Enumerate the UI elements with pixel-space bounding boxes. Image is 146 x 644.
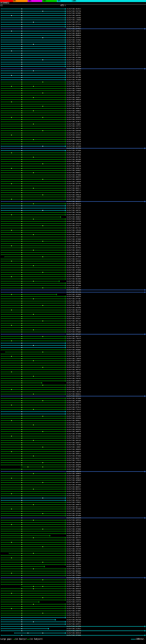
hit-label[interactable]: UniRef100_Q4G1Q5 [67,440,81,441]
hit-label[interactable]: UniRef100_C4WPG8 [67,603,81,605]
hit-label[interactable]: UniRef100_Q94Y93 [67,353,81,355]
hit-label[interactable]: UniRef100_A4H9F6 [67,586,81,587]
hit-bar[interactable] [1,562,65,562]
hit-bar[interactable] [1,600,65,600]
hit-bar[interactable] [1,358,65,359]
hit-label[interactable]: UniRef100_B4MY91 [67,329,81,331]
hit-bar[interactable] [1,35,65,36]
hit-bar[interactable] [1,522,65,523]
hit-label[interactable]: UniRef100_Q9SPK3 [67,344,81,346]
hit-label[interactable]: UniRef100_B3TMA3 [67,28,81,30]
hit-label[interactable]: UniRef100_B6TIP0 [67,52,81,54]
hit-label[interactable]: UniRef100_C4JF46 [67,94,81,96]
hit-label[interactable]: UniRef100_A5K3D6 [67,535,81,537]
hit-label[interactable]: UniRef100_A2QY56 [67,346,81,348]
hit-bar[interactable] [1,336,65,337]
hit-label[interactable]: UniRef100_C9ZIN6 [67,386,81,388]
hit-label[interactable]: UniRef100_Q56F13 [67,190,81,191]
hit-label[interactable]: UniRef100_UPI000 [67,466,81,468]
hit-bar[interactable] [1,416,65,416]
hit-label[interactable]: UniRef100_P16181 [67,48,81,50]
hit-label[interactable]: UniRef100_C4LJD5 [67,388,81,390]
hit-label[interactable]: UniRef100_B7PD49 [67,606,81,608]
hit-label[interactable]: UniRef100_C1BPQ6 [67,373,81,375]
hit-bar[interactable] [1,498,65,498]
hit-bar[interactable] [1,365,65,366]
hit-bar[interactable] [1,392,65,392]
hit-label[interactable]: UniRef100_C6KI60 [67,212,81,213]
hit-bar[interactable] [1,15,65,16]
hit-label[interactable]: UniRef100_Q0U3N8 [67,158,81,160]
hit-bar[interactable] [1,241,65,242]
hit-bar[interactable] [1,46,65,47]
hit-bar[interactable] [1,263,65,264]
hit-label[interactable]: UniRef100_A4C7K6 [67,324,81,326]
hit-label[interactable]: UniRef100_B3L9W2 [67,579,81,581]
hit-label[interactable]: UniRef100_Q2UDT8 [67,185,81,187]
hit-bar[interactable] [1,611,65,611]
hit-bar[interactable] [1,283,65,284]
hit-label[interactable]: UniRef100_UPI000 [67,68,81,70]
hit-label[interactable]: UniRef100_Q9M5K6 [67,61,81,63]
hit-bar[interactable] [1,598,65,598]
hit-bar[interactable] [1,179,65,180]
hit-label[interactable]: UniRef100_A0NJI8 [67,254,81,256]
hit-bar[interactable] [1,378,65,379]
hit-label[interactable]: UniRef100_Q43399 [67,356,81,357]
hit-label[interactable]: UniRef100_Q09JP5 [67,342,81,344]
hit-label[interactable]: UniRef100_A5E3N0 [67,282,81,284]
hit-label[interactable]: UniRef100_A0D3K9 [67,555,81,556]
hit-bar[interactable] [1,418,65,418]
hit-label[interactable]: UniRef100_C1BEN7 [67,446,81,448]
hit-label[interactable]: UniRef100_Q6BPH9 [67,178,81,180]
hit-bar[interactable] [1,18,65,18]
hit-bar[interactable] [1,210,65,211]
hit-label[interactable]: UniRef100_Q9Y7B1 [67,183,81,184]
hit-label[interactable]: UniRef100_Q75Z77 [67,225,81,226]
hit-label[interactable]: UniRef100_Q7XLI9 [67,132,81,134]
hit-label[interactable]: UniRef100_Q7QCR9 [67,599,81,601]
hit-bar[interactable] [1,540,65,540]
hit-bar[interactable] [1,199,65,200]
hit-bar[interactable] [1,192,65,193]
hit-label[interactable]: UniRef100_UPI000 [67,508,81,510]
hit-label[interactable]: UniRef100_C5PJ43 [67,83,81,85]
hit-label[interactable]: UniRef100_Q7RAK5 [67,574,81,576]
hit-label[interactable]: UniRef100_A09XD6 [67,232,81,233]
hit-label[interactable]: UniRef100_A4QRS1 [67,110,81,112]
hit-label[interactable]: UniRef100_C4LW92 [67,415,81,417]
hit-bar[interactable] [1,182,65,182]
hit-bar[interactable] [1,272,65,272]
hit-label[interactable]: UniRef100_Q5KI90 [67,311,81,313]
hit-bar[interactable] [1,170,65,171]
hit-label[interactable]: UniRef100_Q4WXJ7 [67,163,81,165]
hit-bar[interactable] [1,177,65,177]
hit-bar[interactable] [1,62,65,62]
hit-bar[interactable] [1,573,65,574]
hit-bar[interactable] [1,13,65,14]
hit-label[interactable]: UniRef100_C1BC39 [67,391,81,393]
hit-bar[interactable] [1,507,65,507]
hit-bar[interactable] [1,104,65,104]
hit-label[interactable]: UniRef100_UPI000 [67,79,81,81]
hit-label[interactable]: UniRef100_A6MWV9 [67,473,81,474]
hit-bar[interactable] [1,454,65,454]
hit-label[interactable]: UniRef100_A7RL80 [67,229,81,231]
hit-bar[interactable] [1,186,65,186]
hit-label[interactable]: UniRef100_C9SN44 [67,90,81,92]
hit-label[interactable]: UniRef100_Q22MK6 [67,559,81,561]
hit-bar[interactable] [1,407,65,408]
hit-label[interactable]: UniRef100_A2QP83 [67,134,81,136]
hit-label[interactable]: UniRef100_Q10C14 [67,384,81,386]
hit-bar[interactable] [1,281,59,282]
hit-label[interactable]: UniRef100_Q8IJV3 [67,537,81,539]
hit-bar[interactable] [1,38,65,38]
hit-bar[interactable] [1,106,65,106]
hit-bar[interactable] [1,301,65,301]
hit-label[interactable]: UniRef100_Q84HI5 [67,101,81,103]
hit-label[interactable]: UniRef100_A6MWY7 [67,475,81,477]
hit-bar[interactable] [1,533,65,534]
hit-label[interactable]: UniRef100_A8E6B0 [67,260,81,262]
hit-label[interactable]: UniRef100_A2FY64 [67,513,81,514]
hit-bar[interactable] [1,438,65,438]
